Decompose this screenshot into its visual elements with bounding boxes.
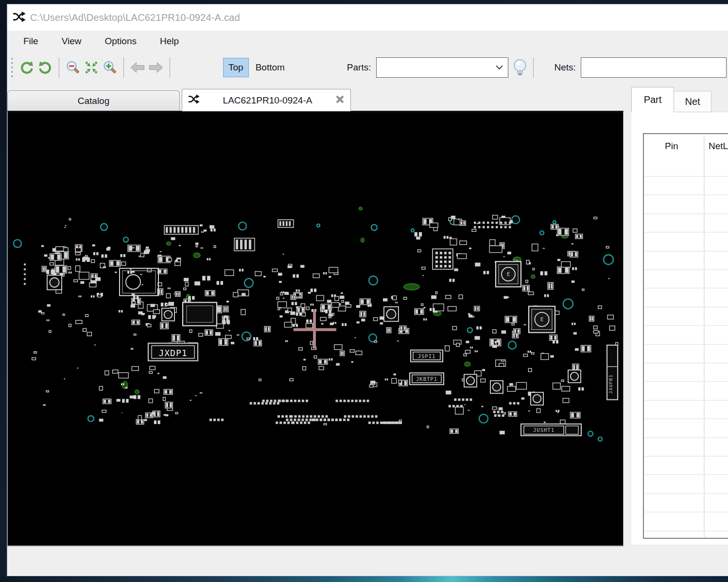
top-toggle-label: Top [228,62,243,73]
tab-document[interactable]: LAC621PR10-0924-A [182,89,351,111]
desktop: C:\Users\Ad\Desktop\LAC621PR10-0924-A.ca… [0,0,728,582]
svg-text:E: E [540,316,544,323]
tab-net-label: Net [685,96,700,107]
parts-combobox[interactable] [376,57,508,78]
board-label-jaupb1[interactable]: JAUPB1 [608,374,613,394]
table-row-line [645,437,728,438]
column-header-pin[interactable]: Pin [665,141,678,152]
forward-arrow-icon [148,61,164,74]
table-row-line [645,474,728,475]
table-row-line [645,213,728,214]
board-canvas[interactable]: EEJXDP1JSPI1JKBTP1JUSHT1JAUPB1 [7,111,624,547]
table-row-line [645,251,728,252]
close-icon [335,95,345,104]
table-row-line [645,307,728,308]
zoom-fit-icon [84,60,99,75]
zoom-out-icon [66,60,80,75]
toolbar-gripper[interactable] [11,58,13,77]
menu-item-options[interactable]: Options [100,34,140,48]
column-divider [704,135,705,539]
table-row-line [645,531,728,531]
document-tab-bar: Catalog LAC621PR10-0924-A [7,89,624,111]
back-arrow-icon [130,61,145,74]
nets-input[interactable] [581,57,727,78]
table-row-line [645,362,728,363]
table-row-line [645,176,728,177]
board-label-jspi1[interactable]: JSPI1 [418,353,436,359]
side-tab-bar: Part Net [631,87,728,111]
nav-back-button[interactable] [128,58,147,77]
svg-text:E: E [507,271,510,277]
pin-net-table: PinNetList [643,133,728,539]
bottom-toggle-label: Bottom [256,62,285,73]
parts-label: Parts: [347,62,371,73]
tab-part-label: Part [644,94,662,105]
menu-item-help[interactable]: Help [156,34,183,48]
table-row-line [645,325,728,326]
table-row-line [645,344,728,345]
table-row-line [645,493,728,494]
menu-bar: FileViewOptionsHelp [7,31,728,52]
shuffle-app-icon [13,11,26,25]
tab-part[interactable]: Part [631,87,674,112]
zoom-out-button[interactable] [64,58,82,77]
tab-net[interactable]: Net [674,91,711,112]
desktop-background-strip [0,576,728,582]
table-row-line [645,512,728,513]
zoom-in-button[interactable] [101,58,119,77]
status-bar [7,545,728,576]
table-row-line [645,381,728,382]
table-row-line [645,418,728,419]
app-window: C:\Users\Ad\Desktop\LAC621PR10-0924-A.ca… [7,4,728,576]
zoom-fit-button[interactable] [82,58,101,77]
table-row-line [645,194,728,195]
rotate-ccw-icon [19,60,34,75]
toolbar: Top Bottom Parts: Net [7,52,728,83]
zoom-in-icon [103,60,117,75]
table-row-line [645,400,728,401]
title-bar: C:\Users\Ad\Desktop\LAC621PR10-0924-A.ca… [7,4,728,31]
window-title-path: C:\Users\Ad\Desktop\LAC621PR10-0924-A.ca… [30,12,240,23]
part-panel: PinNetList [631,112,728,548]
table-row-line [645,232,728,233]
bottom-side-toggle[interactable]: Bottom [251,58,290,77]
top-side-toggle[interactable]: Top [223,58,249,77]
shuffle-tab-icon [188,94,200,107]
nets-label: Nets: [554,62,575,73]
tab-document-label: LAC621PR10-0924-A [206,95,329,106]
nav-forward-button[interactable] [147,58,165,77]
column-header-netlist[interactable]: NetList [709,141,728,152]
bulb-icon [512,59,528,76]
table-row-line [645,456,728,457]
rotate-cw-icon [38,60,52,75]
tab-catalog[interactable]: Catalog [7,90,180,111]
board-label-jkbtp1[interactable]: JKBTP1 [416,376,437,382]
rotate-ccw-button[interactable] [17,58,36,77]
tab-catalog-label: Catalog [78,96,110,106]
dropdown-chevron-icon [496,65,503,70]
menu-item-view[interactable]: View [57,34,86,48]
board-label-jxdp1[interactable]: JXDP1 [158,348,187,358]
menu-item-file[interactable]: File [19,34,43,48]
highlight-bulb-button[interactable] [511,58,529,77]
table-row-line [645,269,728,270]
tab-close-button[interactable] [335,95,345,106]
table-row-line [645,288,728,289]
board-label-jusht1[interactable]: JUSHT1 [533,427,555,433]
rotate-cw-button[interactable] [36,58,54,77]
